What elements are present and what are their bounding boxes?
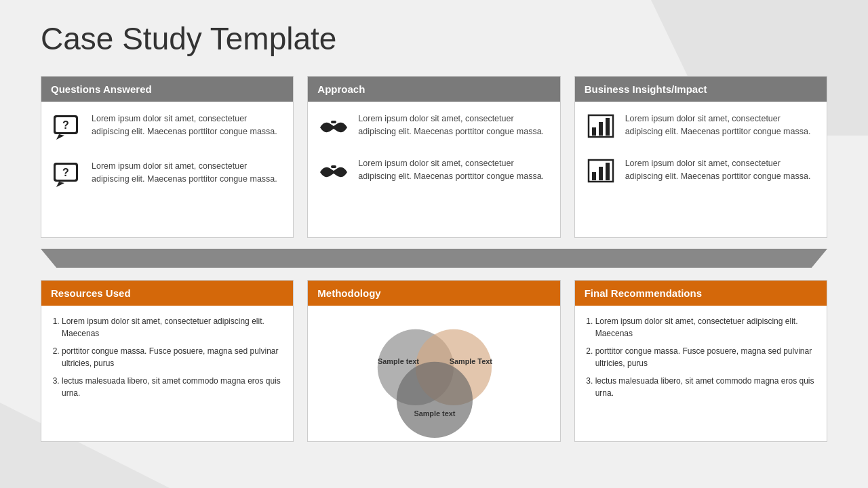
card-business-insights: Business Insights/Impact Lorem ipsum dol… (574, 76, 827, 238)
card-approach: Approach Lorem ipsum dolor sit amet, con… (307, 76, 560, 238)
chat-question-icon: ? (52, 114, 82, 146)
list-item: Lorem ipsum dolor sit amet, consectetuer… (595, 315, 817, 340)
svg-rect-8 (331, 121, 336, 123)
svg-rect-12 (599, 122, 603, 136)
svg-marker-7 (56, 182, 64, 187)
card-body-questions: ? Lorem ipsum dolor sit amet, consectetu… (41, 102, 293, 237)
venn-diagram: Sample text Sample Text Sample text (339, 306, 529, 441)
card-body-approach: Lorem ipsum dolor sit amet, consectetuer… (308, 102, 559, 237)
venn-svg: Sample text Sample Text Sample text (346, 309, 522, 438)
venn-circle-3 (397, 362, 473, 438)
venn-label-3: Sample text (414, 409, 455, 418)
svg-rect-13 (606, 118, 610, 136)
chart-bar-icon-2 (586, 159, 616, 188)
svg-marker-3 (56, 134, 64, 140)
handshake-icon-2 (319, 159, 349, 188)
list-item: porttitor congue massa. Fusce posuere, m… (595, 345, 817, 369)
top-cards-container: Questions Answered ? Lorem ipsum dolor s… (41, 76, 827, 238)
chart-bar-icon (586, 114, 616, 144)
card-questions-answered: Questions Answered ? Lorem ipsum dolor s… (41, 76, 294, 238)
card-item: Lorem ipsum dolor sit amet, consectetuer… (586, 157, 816, 188)
svg-rect-11 (592, 127, 596, 136)
card-item: Lorem ipsum dolor sit amet, consectetuer… (319, 113, 549, 144)
list-item: lectus malesuada libero, sit amet commod… (595, 375, 817, 399)
card-item: Lorem ipsum dolor sit amet, consectetuer… (319, 157, 549, 188)
card-text: Lorem ipsum dolor sit amet, consectetuer… (92, 113, 282, 138)
card-final-recommendations: Final Recommendations Lorem ipsum dolor … (574, 280, 827, 442)
card-item: Lorem ipsum dolor sit amet, consectetuer… (586, 113, 816, 144)
card-header-methodology: Methodology (308, 281, 559, 306)
resources-list: Lorem ipsum dolor sit amet, consectetuer… (41, 306, 293, 414)
handshake-icon (319, 114, 349, 144)
page-title: Case Study Template (41, 20, 827, 57)
list-item: porttitor congue massa. Fusce posuere, m… (62, 345, 283, 369)
divider-banner (41, 249, 827, 268)
card-item: ? Lorem ipsum dolor sit amet, consectetu… (52, 160, 282, 194)
venn-label-2: Sample Text (450, 357, 492, 365)
list-item: Lorem ipsum dolor sit amet, consectetuer… (62, 315, 283, 340)
svg-text:?: ? (62, 119, 69, 131)
card-body-recommendations: Lorem ipsum dolor sit amet, consectetuer… (575, 306, 827, 434)
venn-label-1: Sample text (378, 357, 419, 365)
card-methodology: Methodology Sample text Sample Text Samp… (307, 280, 560, 442)
svg-rect-9 (331, 165, 336, 168)
card-header-recommendations: Final Recommendations (575, 281, 827, 306)
card-text: Lorem ipsum dolor sit amet, consectetuer… (625, 113, 816, 138)
bottom-cards-container: Resources Used Lorem ipsum dolor sit ame… (41, 280, 827, 442)
card-body-methodology: Sample text Sample Text Sample text (308, 306, 559, 441)
card-resources-used: Resources Used Lorem ipsum dolor sit ame… (41, 280, 294, 442)
card-text: Lorem ipsum dolor sit amet, consectetuer… (92, 160, 282, 186)
svg-rect-18 (606, 163, 610, 180)
card-text: Lorem ipsum dolor sit amet, consectetuer… (358, 113, 549, 138)
card-header-questions: Questions Answered (41, 77, 293, 102)
list-item: lectus malesuada libero, sit amet commod… (62, 375, 283, 399)
card-text: Lorem ipsum dolor sit amet, consectetuer… (358, 157, 549, 183)
card-body-insights: Lorem ipsum dolor sit amet, consectetuer… (575, 102, 827, 237)
svg-rect-17 (599, 167, 603, 180)
svg-rect-16 (592, 172, 596, 180)
card-header-insights: Business Insights/Impact (575, 77, 827, 102)
svg-text:?: ? (62, 167, 69, 178)
card-body-resources: Lorem ipsum dolor sit amet, consectetuer… (41, 306, 293, 434)
card-item: ? Lorem ipsum dolor sit amet, consectetu… (52, 113, 282, 146)
card-header-resources: Resources Used (41, 281, 293, 306)
card-text: Lorem ipsum dolor sit amet, consectetuer… (625, 157, 816, 183)
card-header-approach: Approach (308, 77, 559, 102)
divider-area (41, 241, 827, 276)
recommendations-list: Lorem ipsum dolor sit amet, consectetuer… (575, 306, 827, 414)
chat-question-icon-2: ? (52, 161, 82, 194)
